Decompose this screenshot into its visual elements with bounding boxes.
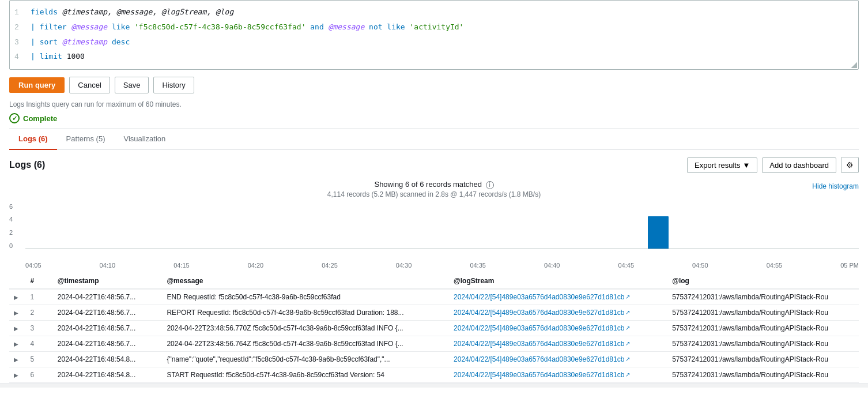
tab-visualization[interactable]: Visualization — [114, 129, 175, 150]
query-line-1: 1 fields @timestamp, @message, @logStrea… — [10, 5, 858, 20]
export-results-button[interactable]: Export results ▼ — [687, 157, 757, 173]
external-link-icon-1: ↗ — [625, 309, 630, 315]
row-message-2: 2024-04-22T23:48:56.770Z f5c8c50d-c57f-4… — [162, 320, 449, 336]
row-expand-5[interactable]: ▶ — [9, 367, 25, 382]
tab-patterns[interactable]: Patterns (5) — [57, 129, 115, 150]
table-row: ▶ 2 2024-04-22T16:48:56.7... REPORT Requ… — [9, 305, 859, 320]
x-label-0455: 04:55 — [767, 262, 783, 269]
query-note: Logs Insights query can run for maximum … — [9, 98, 859, 112]
logstream-link-2[interactable]: 2024/04/22/[54]489e03a6576d4ad0830e9e627… — [454, 324, 630, 332]
x-label-0430: 04:30 — [396, 262, 412, 269]
logstream-link-4[interactable]: 2024/04/22/[54]489e03a6576d4ad0830e9e627… — [454, 355, 630, 363]
add-to-dashboard-button[interactable]: Add to dashboard — [762, 157, 836, 173]
filter-field-2: @message — [329, 22, 365, 31]
table-row: ▶ 4 2024-04-22T16:48:56.7... 2024-04-22T… — [9, 336, 859, 351]
keyword-desc: desc — [107, 37, 130, 46]
history-button[interactable]: History — [153, 77, 194, 93]
filter-field-1: @message — [71, 22, 107, 31]
sort-field: @timestamp — [62, 37, 107, 46]
row-expand-0[interactable]: ▶ — [9, 289, 25, 305]
resize-handle[interactable] — [851, 62, 857, 68]
expand-button-5[interactable]: ▶ — [14, 372, 18, 378]
expand-button-1[interactable]: ▶ — [14, 310, 18, 316]
showing-text: Showing 6 of 6 records matched — [374, 180, 481, 189]
histogram-title: Showing 6 of 6 records matched i — [9, 180, 859, 189]
cancel-button[interactable]: Cancel — [69, 77, 110, 93]
row-message-4: {"name":"quote","requestId":"f5c8c50d-c5… — [162, 351, 449, 367]
hide-histogram-button[interactable]: Hide histogram — [812, 182, 859, 190]
row-logstream-0[interactable]: 2024/04/22/[54]489e03a6576d4ad0830e9e627… — [449, 289, 667, 305]
line-number-4: 4 — [14, 51, 26, 63]
row-logstream-5[interactable]: 2024/04/22/[54]489e03a6576d4ad0830e9e627… — [449, 367, 667, 382]
run-query-button[interactable]: Run query — [9, 77, 65, 93]
info-icon: i — [486, 181, 494, 189]
table-row: ▶ 3 2024-04-22T16:48:56.7... 2024-04-22T… — [9, 320, 859, 336]
expand-button-3[interactable]: ▶ — [14, 341, 18, 347]
x-label-0435: 04:35 — [470, 262, 486, 269]
row-expand-4[interactable]: ▶ — [9, 351, 25, 367]
query-editor[interactable]: 1 fields @timestamp, @message, @logStrea… — [9, 0, 859, 70]
row-logstream-2[interactable]: 2024/04/22/[54]489e03a6576d4ad0830e9e627… — [449, 320, 667, 336]
row-timestamp-2: 2024-04-22T16:48:56.7... — [53, 320, 163, 336]
tab-logs[interactable]: Logs (6) — [9, 129, 57, 150]
col-message-header: @message — [162, 273, 449, 289]
row-expand-3[interactable]: ▶ — [9, 336, 25, 351]
row-log-4: 575372412031:/aws/lambda/RoutingAPIStack… — [667, 351, 859, 367]
query-line-4: 4 | limit 1000 — [10, 50, 858, 65]
col-log-header: @log — [667, 273, 859, 289]
row-logstream-1[interactable]: 2024/04/22/[54]489e03a6576d4ad0830e9e627… — [449, 305, 667, 320]
expand-button-0[interactable]: ▶ — [14, 294, 18, 300]
query-toolbar: Run query Cancel Save History — [9, 70, 859, 98]
results-title: Logs (6) — [9, 160, 45, 170]
export-dropdown-icon: ▼ — [742, 161, 750, 170]
status-label: Complete — [23, 114, 57, 123]
row-log-0: 575372412031:/aws/lambda/RoutingAPIStack… — [667, 289, 859, 305]
keyword-fields: fields — [31, 7, 62, 16]
complete-icon: ✓ — [9, 113, 20, 123]
row-logstream-4[interactable]: 2024/04/22/[54]489e03a6576d4ad0830e9e627… — [449, 351, 667, 367]
histogram-section: Showing 6 of 6 records matched i 4,114 r… — [9, 180, 859, 198]
results-tabs: Logs (6) Patterns (5) Visualization — [9, 129, 859, 150]
row-timestamp-5: 2024-04-22T16:48:54.8... — [53, 367, 163, 382]
row-expand-1[interactable]: ▶ — [9, 305, 25, 320]
table-header-row: # @timestamp @message @logStream @log — [9, 273, 859, 289]
query-line-2: 2 | filter @message like 'f5c8c50d-c57f-… — [10, 20, 858, 35]
chart-y-labels: 6 4 2 0 — [9, 203, 24, 249]
row-timestamp-0: 2024-04-22T16:48:56.7... — [53, 289, 163, 305]
logstream-link-3[interactable]: 2024/04/22/[54]489e03a6576d4ad0830e9e627… — [454, 340, 630, 348]
filter-value-1: 'f5c8c50d-c57f-4c38-9a6b-8c59ccf63fad' — [134, 22, 305, 31]
col-expand-header — [9, 273, 25, 289]
line-number-3: 3 — [14, 37, 26, 49]
x-label-0445: 04:45 — [618, 262, 635, 269]
logstream-link-1[interactable]: 2024/04/22/[54]489e03a6576d4ad0830e9e627… — [454, 309, 630, 317]
y-label-4: 4 — [9, 216, 24, 223]
export-label: Export results — [695, 161, 740, 170]
row-num-2: 3 — [25, 320, 52, 336]
col-num-header: # — [25, 273, 52, 289]
horizontal-scrollbar[interactable] — [0, 383, 868, 388]
logstream-link-5[interactable]: 2024/04/22/[54]489e03a6576d4ad0830e9e627… — [454, 371, 630, 379]
external-link-icon-4: ↗ — [625, 356, 630, 362]
save-button[interactable]: Save — [115, 77, 149, 93]
expand-button-4[interactable]: ▶ — [14, 356, 18, 363]
logstream-link-0[interactable]: 2024/04/22/[54]489e03a6576d4ad0830e9e627… — [454, 293, 630, 301]
line-number-1: 1 — [14, 7, 26, 19]
x-label-0425: 04:25 — [322, 262, 338, 269]
row-logstream-3[interactable]: 2024/04/22/[54]489e03a6576d4ad0830e9e627… — [449, 336, 667, 351]
row-expand-2[interactable]: ▶ — [9, 320, 25, 336]
expand-button-2[interactable]: ▶ — [14, 325, 18, 332]
y-label-6: 6 — [9, 203, 24, 210]
chart-bar-0448 — [648, 216, 669, 249]
row-message-1: REPORT RequestId: f5c8c50d-c57f-4c38-9a6… — [162, 305, 449, 320]
y-label-0: 0 — [9, 242, 24, 249]
row-log-5: 575372412031:/aws/lambda/RoutingAPIStack… — [667, 367, 859, 382]
col-logstream-header: @logStream — [449, 273, 667, 289]
settings-button[interactable]: ⚙ — [841, 157, 859, 173]
line-number-2: 2 — [14, 22, 26, 34]
status-indicator: ✓ Complete — [9, 112, 859, 128]
row-num-4: 5 — [25, 351, 52, 367]
external-link-icon-2: ↗ — [625, 325, 630, 331]
keyword-sort: | sort — [31, 37, 62, 46]
x-label-0415: 04:15 — [173, 262, 190, 269]
external-link-icon-3: ↗ — [625, 340, 630, 347]
